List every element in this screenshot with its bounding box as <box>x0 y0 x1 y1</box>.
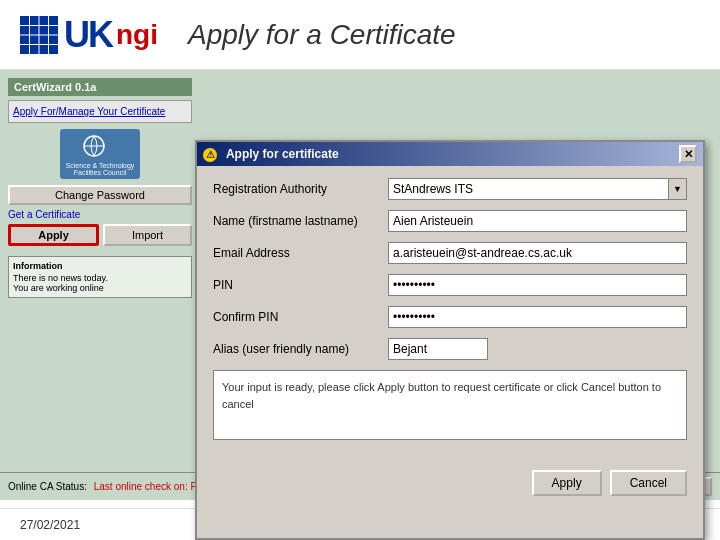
dialog-warning-icon: ⚠ <box>203 148 217 162</box>
sidebar-apply-button[interactable]: Apply <box>8 224 99 246</box>
main-content: CertWizard 0.1a Apply For/Manage Your Ce… <box>0 70 720 500</box>
info-text: Your input is ready, please click Apply … <box>222 381 661 410</box>
registration-authority-label: Registration Authority <box>213 182 388 196</box>
logo-area: UK ngi <box>20 14 158 56</box>
dialog-title-text: Apply for certificate <box>226 147 339 161</box>
pin-input[interactable] <box>388 274 687 296</box>
uk-grid-icon <box>20 16 58 54</box>
email-label: Email Address <box>213 246 388 260</box>
registration-authority-select[interactable]: StAndrews ITS ▼ <box>388 178 687 200</box>
org-logo-icon <box>80 132 120 160</box>
pin-label: PIN <box>213 278 388 292</box>
dialog-titlebar: ⚠ Apply for certificate ✕ <box>197 142 703 166</box>
registration-authority-value: StAndrews ITS <box>389 182 668 196</box>
logo-ngi-text: ngi <box>116 19 158 51</box>
change-password-button[interactable]: Change Password <box>8 185 192 205</box>
header: UK ngi Apply for a Certificate <box>0 0 720 70</box>
sidebar-import-button[interactable]: Import <box>103 224 192 246</box>
get-certificate-link[interactable]: Get a Certificate <box>8 209 192 220</box>
apply-button[interactable]: Apply <box>532 470 602 496</box>
confirm-pin-row: Confirm PIN <box>213 306 687 328</box>
registration-authority-row: Registration Authority StAndrews ITS ▼ <box>213 178 687 200</box>
sidebar-nav: Apply For/Manage Your Certificate <box>8 100 192 123</box>
confirm-pin-label: Confirm PIN <box>213 310 388 324</box>
logo-uk-text: UK <box>64 14 112 56</box>
org-logo: Science & TechnologyFacilities Council <box>60 129 140 179</box>
info-box-title: Information <box>13 261 187 271</box>
cancel-button[interactable]: Cancel <box>610 470 687 496</box>
email-input[interactable] <box>388 242 687 264</box>
dialog-body: Registration Authority StAndrews ITS ▼ N… <box>197 166 703 460</box>
sidebar-title: CertWizard 0.1a <box>8 78 192 96</box>
sidebar-apply-row: Apply Import <box>8 224 192 250</box>
sidebar-nav-item-apply[interactable]: Apply For/Manage Your Certificate <box>13 105 187 118</box>
sidebar: CertWizard 0.1a Apply For/Manage Your Ce… <box>0 70 200 500</box>
info-line1: There is no news today. <box>13 273 187 283</box>
apply-for-certificate-dialog: ⚠ Apply for certificate ✕ Registration A… <box>195 140 705 540</box>
dialog-footer: Apply Cancel <box>197 464 703 502</box>
name-label: Name (firstname lastname) <box>213 214 388 228</box>
org-name: Science & TechnologyFacilities Council <box>66 162 135 176</box>
page-title: Apply for a Certificate <box>188 19 456 51</box>
status-label: Online CA Status: <box>8 481 87 492</box>
confirm-pin-input[interactable] <box>388 306 687 328</box>
info-text-area: Your input is ready, please click Apply … <box>213 370 687 440</box>
info-box: Information There is no news today. You … <box>8 256 192 298</box>
dialog-title-left: ⚠ Apply for certificate <box>203 147 339 162</box>
name-row: Name (firstname lastname) <box>213 210 687 232</box>
select-arrow-icon[interactable]: ▼ <box>668 179 686 199</box>
alias-input[interactable] <box>388 338 488 360</box>
dialog-close-button[interactable]: ✕ <box>679 145 697 163</box>
footer-date: 27/02/2021 <box>20 518 80 532</box>
alias-label: Alias (user friendly name) <box>213 342 388 356</box>
name-input[interactable] <box>388 210 687 232</box>
email-row: Email Address <box>213 242 687 264</box>
alias-row: Alias (user friendly name) <box>213 338 687 360</box>
sidebar-logo-area: Science & TechnologyFacilities Council <box>8 129 192 179</box>
pin-row: PIN <box>213 274 687 296</box>
info-line2: You are working online <box>13 283 187 293</box>
